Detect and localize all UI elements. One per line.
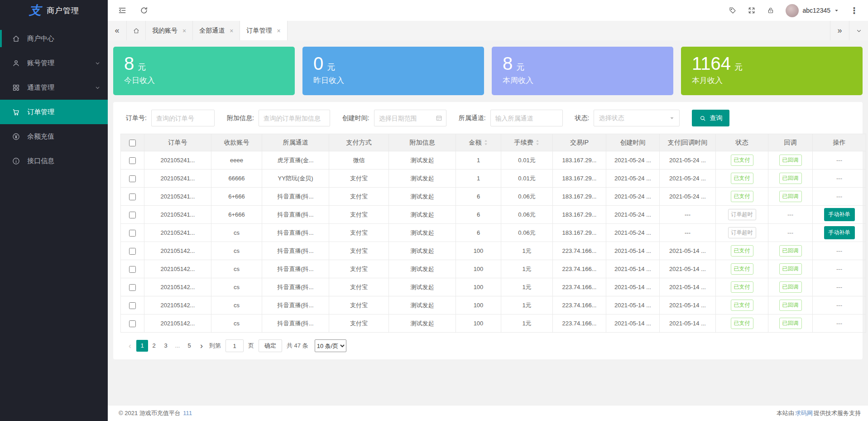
tab-menu-icon[interactable]: [849, 21, 868, 40]
channel-input[interactable]: [490, 110, 563, 126]
tag-icon[interactable]: [729, 6, 737, 15]
row-checkbox[interactable]: [129, 212, 136, 218]
column-header-label: 操作: [833, 139, 846, 147]
row-checkbox[interactable]: [129, 157, 136, 164]
chevron-down-icon: [95, 85, 101, 91]
cell-created-time: 2021-05-24 ...: [606, 151, 660, 169]
cell-amount: 1: [456, 169, 501, 188]
goto-page-input[interactable]: [225, 339, 244, 352]
cell-callback: 已回调: [768, 315, 813, 333]
status-select[interactable]: 选择状态: [594, 110, 680, 126]
row-checkbox[interactable]: [129, 175, 136, 182]
column-header: 回调: [768, 134, 813, 151]
row-checkbox[interactable]: [129, 248, 136, 255]
select-all-checkbox[interactable]: [129, 140, 136, 146]
order-no-label: 订单号:: [126, 114, 147, 122]
tab-all-channels[interactable]: 全部通道×: [193, 21, 240, 40]
cell-extra-info: 测试发起: [389, 188, 456, 206]
row-checkbox[interactable]: [129, 320, 136, 327]
sort-icon[interactable]: [536, 139, 540, 146]
calendar-icon[interactable]: [435, 114, 443, 122]
order-no-input[interactable]: [151, 110, 215, 126]
row-checkbox[interactable]: [129, 284, 136, 291]
cell-fee: 0.01元: [501, 169, 553, 188]
cell-fee: 1元: [501, 296, 553, 315]
cell-paid-time: ---: [660, 206, 716, 224]
column-header[interactable]: 金额: [456, 134, 501, 151]
sidebar: 支 商户管理 商户中心账号管理通道管理订单管理余额充值接口信息: [0, 0, 108, 421]
page-button-1[interactable]: 1: [136, 340, 148, 352]
manual-supplement-button[interactable]: 手动补单: [824, 208, 855, 221]
column-header: 支付方式: [329, 134, 389, 151]
sidebar-item-account-management[interactable]: 账号管理: [0, 51, 108, 75]
row-checkbox[interactable]: [129, 302, 136, 309]
refresh-icon[interactable]: [139, 6, 149, 15]
prev-page-icon[interactable]: ‹: [127, 340, 133, 352]
user-icon: [12, 59, 20, 68]
cell-order-no: 202105241...: [144, 188, 211, 206]
filter-bar: 订单号: 附加信息: 创建时间:: [120, 110, 855, 126]
row-checkbox[interactable]: [129, 266, 136, 273]
user-menu[interactable]: abc12345: [786, 4, 839, 17]
sidebar-item-merchant-center[interactable]: 商户中心: [0, 26, 108, 51]
cell-select: [121, 260, 144, 278]
tab-list: 我的账号×全部通道×订单管理×: [146, 21, 288, 40]
tab-my-account[interactable]: 我的账号×: [146, 21, 193, 40]
sort-icon[interactable]: [484, 139, 488, 146]
support-link[interactable]: 求码网: [795, 410, 813, 416]
tab-scroll-right-icon[interactable]: »: [830, 21, 849, 40]
page-size-select[interactable]: 10 条/页: [315, 339, 346, 352]
lock-icon[interactable]: [767, 6, 775, 15]
stat-unit: 元: [734, 62, 743, 73]
fullscreen-icon[interactable]: [748, 6, 756, 15]
page-button-2[interactable]: 2: [148, 340, 160, 352]
support-prefix: 本站由: [777, 410, 794, 416]
row-checkbox[interactable]: [129, 230, 136, 237]
callback-badge: 已回调: [779, 300, 802, 310]
search-button[interactable]: 查询: [692, 110, 729, 126]
cell-callback: 已回调: [768, 188, 813, 206]
sidebar-item-api-info[interactable]: 接口信息: [0, 149, 108, 173]
cell-action: ---: [813, 260, 866, 278]
manual-supplement-button[interactable]: 手动补单: [824, 226, 855, 239]
close-icon[interactable]: ×: [182, 28, 186, 34]
sidebar-item-balance-recharge[interactable]: 余额充值: [0, 124, 108, 149]
page-button-5[interactable]: 5: [183, 340, 195, 352]
page-button-3[interactable]: 3: [160, 340, 172, 352]
cell-select: [121, 296, 144, 315]
cell-order-no: 202105241...: [144, 151, 211, 169]
sidebar-collapse-icon[interactable]: [118, 6, 127, 15]
action-empty: ---: [836, 175, 842, 182]
tab-order-management[interactable]: 订单管理×: [240, 21, 287, 40]
cell-amount: 100: [456, 315, 501, 333]
sidebar-item-channel-management[interactable]: 通道管理: [0, 75, 108, 100]
row-checkbox[interactable]: [129, 194, 136, 200]
stat-label: 今日收入: [124, 75, 295, 86]
cell-ip: 183.167.29...: [553, 188, 606, 206]
cell-status: 已支付: [716, 169, 768, 188]
cell-callback: 已回调: [768, 242, 813, 260]
column-header[interactable]: 手续费: [501, 134, 553, 151]
status-badge: 已支付: [731, 245, 753, 256]
close-icon[interactable]: ×: [230, 28, 233, 34]
tab-scroll-left-icon[interactable]: «: [108, 21, 127, 40]
more-options-icon[interactable]: ⋮: [850, 6, 858, 15]
confirm-page-button[interactable]: 确定: [259, 339, 282, 352]
cell-ip: 223.74.166...: [553, 260, 606, 278]
active-indicator: [0, 30, 2, 47]
cell-channel: 抖音直播(抖...: [262, 278, 329, 296]
cell-ip: 183.167.29...: [553, 224, 606, 242]
next-page-icon[interactable]: ›: [198, 340, 205, 352]
cell-action: 手动补单: [813, 224, 866, 242]
extra-info-input[interactable]: [259, 110, 330, 126]
cell-ip: 183.167.29...: [553, 169, 606, 188]
table-row: 202105241...66666YY陪玩(金贝)支付宝测试发起10.01元18…: [121, 169, 866, 188]
column-header: 订单号: [144, 134, 211, 151]
chevron-down-icon: [95, 60, 101, 66]
cell-callback: ---: [768, 224, 813, 242]
tab-home[interactable]: [127, 21, 146, 40]
close-icon[interactable]: ×: [277, 28, 280, 34]
copyright-link[interactable]: 111: [183, 410, 192, 416]
sidebar-item-order-management[interactable]: 订单管理: [0, 100, 108, 124]
cell-select: [121, 278, 144, 296]
